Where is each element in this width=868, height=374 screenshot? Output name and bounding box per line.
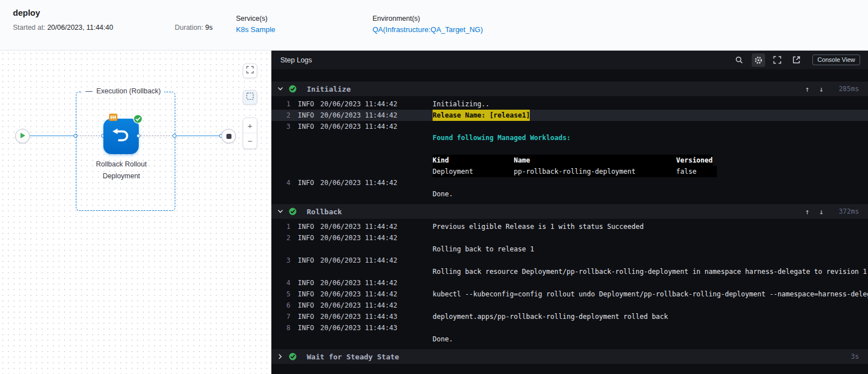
log-timestamp: 20/06/2023 11:44:42 <box>320 98 409 110</box>
line-number <box>271 244 290 255</box>
log-message: Rolling back to release 1 <box>433 244 534 255</box>
log-timestamp <box>320 155 409 166</box>
log-section-header[interactable]: Wait for Steady State3s <box>271 349 868 364</box>
log-row: Deployment pp-rollback-rolling-deploymen… <box>271 166 868 177</box>
canvas-select-button[interactable] <box>243 90 257 105</box>
scroll-to-top-icon[interactable]: ↑ <box>805 208 810 215</box>
step-label: Rollback Rollout Deployment <box>79 159 163 182</box>
log-row: 1INFO20/06/2023 11:44:42Previous eligibl… <box>271 221 868 232</box>
log-sections[interactable]: Initialize↑↓285ms1INFO20/06/2023 11:44:4… <box>271 69 868 374</box>
zoom-out-button[interactable]: − <box>243 133 257 148</box>
marquee-select-icon <box>246 92 254 102</box>
log-timestamp: 20/06/2023 11:44:42 <box>320 289 409 300</box>
stop-icon <box>226 134 231 139</box>
section-duration: 3s <box>833 353 859 361</box>
log-level <box>298 188 320 200</box>
started-at: Started at: 20/06/2023, 11:44:40 <box>13 24 113 31</box>
log-row: Kind Name Versioned <box>271 155 868 166</box>
section-title: Initialize <box>307 85 351 93</box>
line-number: 5 <box>271 289 290 300</box>
line-number: 7 <box>271 311 290 322</box>
log-row: Done. <box>271 188 868 200</box>
fullscreen-icon[interactable] <box>771 53 784 67</box>
environments-label: Environment(s) <box>372 15 420 22</box>
log-level: INFO <box>298 255 320 266</box>
log-timestamp: 20/06/2023 11:44:42 <box>320 255 409 266</box>
rollback-icon <box>110 124 133 149</box>
environment-link[interactable]: QA(Infrastructure:QA_Target_NG) <box>372 25 483 34</box>
pipeline-canvas[interactable]: — Execution (Rollback) <box>0 51 271 374</box>
chevron-down-icon[interactable] <box>277 85 287 92</box>
scroll-to-top-icon[interactable]: ↑ <box>805 85 810 93</box>
chevron-down-icon[interactable] <box>277 208 287 215</box>
line-number: 4 <box>271 177 290 188</box>
plus-icon: + <box>248 121 253 130</box>
main-split: — Execution (Rollback) <box>0 51 868 374</box>
log-row: 5INFO20/06/2023 11:44:42kubectl --kubeco… <box>271 289 868 300</box>
edge-group-to-step <box>77 136 103 136</box>
step-type-badge-icon <box>109 113 117 123</box>
log-level <box>298 266 320 277</box>
log-level: INFO <box>298 110 320 121</box>
log-row: 2INFO20/06/2023 11:44:42Release Name: [r… <box>271 110 868 121</box>
log-section-header[interactable]: Rollback↑↓372ms <box>271 204 868 219</box>
zoom-in-button[interactable]: + <box>243 118 257 133</box>
group-label-text: Execution (Rollback) <box>97 87 161 95</box>
line-number: 3 <box>271 255 290 266</box>
edge-group-to-end <box>176 136 220 136</box>
log-level: INFO <box>298 277 320 289</box>
canvas-zoom-controls: + − <box>243 118 257 149</box>
end-node[interactable] <box>221 129 236 143</box>
section-title: Rollback <box>307 208 342 216</box>
step-success-check-icon <box>133 114 143 126</box>
log-timestamp: 20/06/2023 11:44:43 <box>320 322 409 334</box>
log-level: INFO <box>298 322 320 334</box>
log-message: Release Name: [release1] <box>433 110 530 121</box>
log-level: INFO <box>298 232 320 244</box>
search-icon[interactable] <box>733 53 746 67</box>
log-row: 2INFO20/06/2023 11:44:42 <box>271 232 868 244</box>
log-section-rows: 1INFO20/06/2023 11:44:42Initializing..2I… <box>271 96 868 202</box>
line-number <box>271 132 290 143</box>
rollback-step-node[interactable] <box>103 119 139 154</box>
settings-gear-icon[interactable] <box>752 53 765 67</box>
log-timestamp: 20/06/2023 11:44:42 <box>320 300 409 311</box>
start-node[interactable] <box>15 129 30 143</box>
line-number <box>271 143 290 155</box>
log-row: Done. <box>271 334 868 345</box>
log-level: INFO <box>298 121 320 132</box>
collapse-group-icon[interactable]: — <box>85 87 93 95</box>
log-row: Found following Managed Workloads: <box>271 132 868 143</box>
chevron-right-icon[interactable] <box>277 353 287 360</box>
line-number: 8 <box>271 322 290 334</box>
line-number <box>271 188 290 200</box>
execution-group-label[interactable]: — Execution (Rollback) <box>82 87 164 95</box>
log-level: INFO <box>298 311 320 322</box>
console-view-button[interactable]: Console View <box>812 55 860 65</box>
open-in-new-icon[interactable] <box>790 53 803 67</box>
execution-header: deploy Started at: 20/06/2023, 11:44:40 … <box>0 0 868 51</box>
line-number <box>271 155 290 166</box>
log-row: 3INFO20/06/2023 11:44:42 <box>271 255 868 266</box>
line-number: 2 <box>271 232 290 244</box>
duration-label: Duration: <box>175 24 203 31</box>
log-message: kubectl --kubeconfig=config rollout undo… <box>433 289 868 300</box>
log-timestamp <box>320 334 409 345</box>
log-timestamp: 20/06/2023 11:44:42 <box>320 177 409 188</box>
log-level <box>298 334 320 345</box>
canvas-expand-button[interactable] <box>243 64 257 78</box>
section-success-check-icon <box>287 353 302 361</box>
log-section-header[interactable]: Initialize↑↓285ms <box>271 82 868 96</box>
service-link[interactable]: K8s Sample <box>236 25 275 34</box>
step-logs-title: Step Logs <box>280 56 312 64</box>
scroll-to-bottom-icon[interactable]: ↓ <box>819 85 824 93</box>
expand-canvas-icon <box>246 66 254 76</box>
log-timestamp: 20/06/2023 11:44:42 <box>320 221 409 232</box>
scroll-to-bottom-icon[interactable]: ↓ <box>819 208 824 215</box>
log-timestamp: 20/06/2023 11:44:42 <box>320 110 409 121</box>
log-row: 4INFO20/06/2023 11:44:42 <box>271 177 868 188</box>
log-message: Initializing.. <box>433 98 489 110</box>
edge-step-to-group-end <box>140 136 173 136</box>
log-message: Previous eligible Release is 1 with stat… <box>433 221 644 232</box>
duration-value: 9s <box>205 24 212 31</box>
